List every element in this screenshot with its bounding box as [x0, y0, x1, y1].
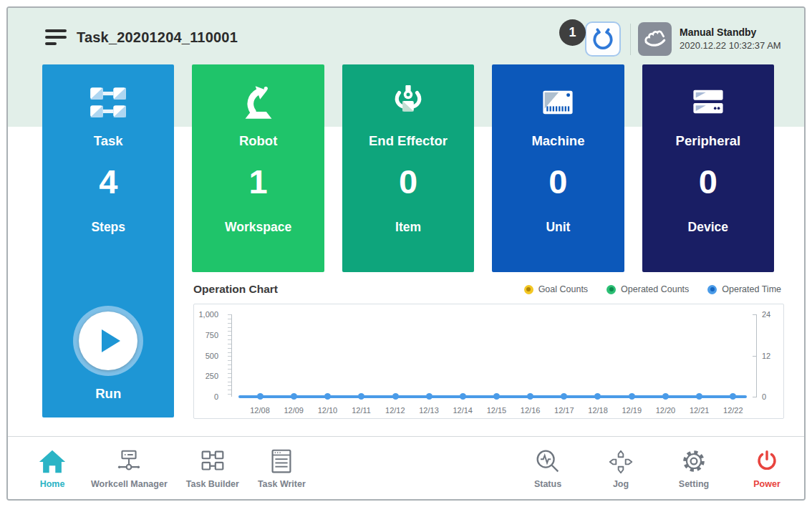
nav-label: Task Writer [258, 479, 306, 489]
task-builder-icon [197, 447, 228, 477]
data-point [527, 393, 533, 400]
nav-item-task-writer[interactable]: Task Writer [258, 447, 306, 489]
nav-label: Status [534, 479, 561, 489]
card-peripheral[interactable]: Peripheral 0 Device [642, 64, 774, 272]
card-unit: Device [688, 220, 728, 235]
y2-tick-label: 0 [762, 392, 766, 401]
data-point [291, 393, 297, 400]
card-unit: Steps [91, 220, 125, 235]
card-value: 1 [249, 165, 268, 198]
legend-dot-icon [707, 285, 717, 294]
card-robot[interactable]: Robot 1 Workspace [192, 64, 324, 272]
card-task[interactable]: Task 4 Steps Run [42, 64, 174, 417]
card-value: 4 [99, 165, 117, 198]
home-icon [37, 447, 68, 477]
nav-item-home[interactable]: Home [32, 447, 72, 489]
nav-item-jog[interactable]: Jog [601, 447, 641, 489]
data-point [324, 393, 331, 400]
data-point [358, 393, 364, 400]
manual-mode-button[interactable] [638, 22, 672, 56]
y-tick-label: 250 [206, 372, 218, 380]
card-value: 0 [548, 165, 567, 198]
workcell-manager-icon [113, 447, 145, 477]
nav-group-right: Status Jog [528, 447, 787, 489]
chart-title: Operation Chart [193, 283, 278, 296]
x-axis-labels: 12/0812/0912/1012/1112/1212/1312/1412/15… [248, 406, 745, 415]
data-point [392, 393, 399, 400]
card-unit: Workspace [225, 220, 291, 235]
nav-item-workcell-manager[interactable]: Workcell Manager [91, 447, 168, 489]
nav-label: Workcell Manager [91, 479, 168, 489]
legend-label: Operated Counts [621, 284, 689, 294]
operation-chart: 1,0007505002500 24120 12/0812/0912/1012/… [193, 304, 784, 419]
y-tick-label: 750 [206, 331, 218, 339]
y-tick-label: 1,000 [198, 310, 218, 319]
x-tick-label: 12/17 [552, 406, 576, 415]
menu-icon[interactable] [45, 29, 68, 48]
card-unit: Item [395, 220, 421, 235]
left-y-axis [231, 314, 232, 397]
nav-item-setting[interactable]: Setting [674, 447, 714, 489]
card-value: 0 [399, 165, 417, 198]
nav-item-task-builder[interactable]: Task Builder [186, 447, 239, 489]
y2-tick-label: 12 [762, 352, 770, 360]
header-divider [630, 24, 631, 55]
data-point [696, 393, 702, 400]
task-writer-icon [266, 447, 297, 477]
app-frame: Task_20201204_110001 1 Manual Standby 20… [6, 6, 806, 501]
x-tick-label: 12/21 [687, 406, 712, 415]
mode-status-title: Manual Standby [680, 26, 781, 38]
left-axis-labels: 1,0007505002500 [195, 314, 226, 397]
data-point [662, 393, 669, 400]
run-button[interactable] [73, 306, 143, 376]
card-title: Robot [239, 133, 277, 149]
legend-item-goal-counts: Goal Counts [524, 284, 588, 294]
x-tick-label: 12/08 [248, 406, 272, 415]
mode-status-time: 2020.12.22 10:32:37 AM [680, 40, 781, 51]
card-machine[interactable]: Machine 0 Unit [492, 64, 624, 272]
card-title: Task [94, 133, 123, 149]
right-axis-labels: 24120 [760, 314, 779, 397]
run-button-core [79, 312, 137, 370]
end-effector-tool-button[interactable] [585, 21, 621, 57]
nav-label: Power [753, 479, 780, 489]
nav-group-left: Home [32, 447, 306, 489]
page-title: Task_20201204_110001 [77, 29, 238, 46]
run-icon [102, 329, 120, 352]
nav-label: Task Builder [186, 479, 239, 489]
end-effector-icon [390, 82, 426, 123]
x-tick-label: 12/22 [721, 406, 745, 415]
nav-label: Home [40, 479, 65, 489]
data-point [629, 393, 635, 400]
card-end-effector[interactable]: End Effector 0 Item [342, 64, 474, 272]
legend-dot-icon [524, 285, 533, 294]
mode-status: Manual Standby 2020.12.22 10:32:37 AM [680, 26, 781, 51]
status-icon [532, 447, 564, 477]
x-tick-label: 12/13 [417, 406, 441, 415]
card-title: Peripheral [676, 133, 741, 149]
data-point [730, 393, 736, 400]
x-tick-label: 12/09 [281, 406, 306, 415]
notification-badge: 1 [559, 19, 586, 46]
right-y-axis [756, 314, 757, 397]
legend-label: Goal Counts [538, 284, 588, 294]
data-point [426, 393, 432, 400]
chart-header: Operation Chart Goal Counts Operated Cou… [193, 283, 781, 296]
x-tick-label: 12/11 [349, 406, 374, 415]
nav-label: Jog [613, 479, 629, 489]
jog-icon [605, 447, 637, 477]
chart-legend: Goal Counts Operated Counts Operated Tim… [524, 284, 781, 294]
robot-icon [239, 82, 278, 123]
nav-item-power[interactable]: Power [747, 447, 787, 489]
task-icon [87, 82, 129, 123]
nav-item-status[interactable]: Status [528, 447, 568, 489]
card-title: End Effector [369, 133, 448, 149]
legend-dot-icon [606, 285, 616, 294]
data-point [460, 393, 466, 400]
run-group: Run [42, 306, 174, 402]
manual-hand-icon [642, 25, 668, 54]
x-tick-label: 12/19 [619, 406, 644, 415]
y-tick-label: 0 [214, 392, 218, 401]
peripheral-icon [689, 82, 728, 123]
x-tick-label: 12/16 [518, 406, 543, 415]
